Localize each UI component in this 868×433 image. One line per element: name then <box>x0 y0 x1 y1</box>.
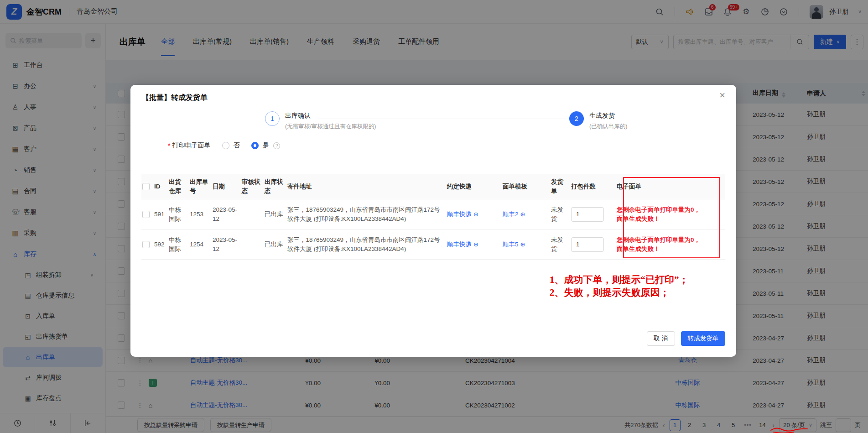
audit-status-cell <box>242 242 265 247</box>
radio-yes[interactable] <box>251 142 259 149</box>
red-annotation: 1、成功下单，则提示“已打印”； 2、失败，则提示失败原因； <box>550 273 689 299</box>
eorder-result-cell: 您剩余电子面单打印单量为0，面单生成失败！ <box>617 233 725 256</box>
warehouse-cell: 中栋国际 <box>169 203 190 226</box>
col-header: 面单模板 <box>503 179 551 194</box>
field-label: 打印电子面单 <box>172 141 210 150</box>
zoom-in-icon[interactable]: ⊕ <box>473 241 478 248</box>
modal-table-body: 591 中栋国际 1253 2023-05-12 已出库 张三，18765903… <box>141 199 725 260</box>
cancel-button[interactable]: 取 消 <box>647 331 675 346</box>
row-checkbox[interactable] <box>142 241 150 248</box>
col-header: 约定快递 <box>447 179 503 194</box>
col-header: 出货仓库 <box>169 175 190 198</box>
annotation-line: 1、成功下单，则提示“已打印”； <box>550 273 689 286</box>
warehouse-cell: 中栋国际 <box>169 233 190 256</box>
order-no-cell: 1253 <box>190 207 213 222</box>
date-cell: 2023-05-12 <box>213 203 242 226</box>
package-qty-input[interactable] <box>571 207 604 222</box>
ship-status-cell: 未发货 <box>551 233 571 256</box>
step-outbound-confirm: 1 出库确认 (无需审核/审核通过且有仓库权限的) <box>265 111 376 130</box>
address-cell: 张三，18765903249，山东省青岛市市南区闽江路172号软件大厦 (打印设… <box>287 233 447 256</box>
modal-title: 【批量】转成发货单 <box>142 93 208 103</box>
convert-to-shipment-button[interactable]: 转成发货单 <box>681 331 726 346</box>
order-no-cell: 1254 <box>190 237 213 252</box>
close-icon[interactable]: × <box>719 90 725 100</box>
radio-no-label: 否 <box>233 141 239 150</box>
col-header: 出库单号 <box>190 175 213 198</box>
step-desc: (已确认出库的) <box>589 123 627 130</box>
required-asterisk: * <box>168 142 170 149</box>
step-desc: (无需审核/审核通过且有仓库权限的) <box>285 123 376 130</box>
outbound-status-cell: 已出库 <box>265 237 287 252</box>
date-cell: 2023-05-12 <box>213 233 242 256</box>
step-title: 生成发货 <box>589 111 627 120</box>
select-all-checkbox[interactable] <box>142 183 150 190</box>
express-link[interactable]: 顺丰快递⊕ <box>447 237 503 252</box>
red-ink-scribble <box>770 426 811 433</box>
ship-status-cell: 未发货 <box>551 203 571 226</box>
modal-table-row[interactable]: 592 中栋国际 1254 2023-05-12 已出库 张三，18765903… <box>141 230 725 260</box>
step-generate-shipment: 2 生成发货 (已确认出库的) <box>569 111 627 130</box>
col-header: ID <box>154 179 169 194</box>
col-header: 电子面单 <box>617 179 725 194</box>
modal-table: ID 出货仓库 出库单号 日期 审核状态 出库状态 寄件地址 约定快递 面单模板… <box>141 174 725 260</box>
template-link[interactable]: 顺丰5⊕ <box>503 237 551 252</box>
step-number: 2 <box>569 111 584 126</box>
zoom-in-icon[interactable]: ⊕ <box>520 211 525 218</box>
col-header: 寄件地址 <box>287 179 447 194</box>
row-checkbox[interactable] <box>142 211 150 218</box>
batch-convert-modal: 【批量】转成发货单 × 1 出库确认 (无需审核/审核通过且有仓库权限的) 2 … <box>130 85 736 357</box>
zoom-in-icon[interactable]: ⊕ <box>520 241 525 248</box>
express-link[interactable]: 顺丰快递⊕ <box>447 207 503 222</box>
id-cell: 592 <box>154 237 169 252</box>
annotation-line: 2、失败，则提示失败原因； <box>550 286 689 299</box>
col-header: 发货单 <box>551 175 571 198</box>
col-header: 出库状态 <box>265 175 287 198</box>
radio-no[interactable] <box>222 142 229 149</box>
audit-status-cell <box>242 212 265 217</box>
print-eorder-field: * 打印电子面单 否 是 ? <box>168 141 280 150</box>
col-header: 日期 <box>213 179 242 194</box>
address-cell: 张三，18765903249，山东省青岛市市南区闽江路172号软件大厦 (打印设… <box>287 203 447 226</box>
modal-table-header: ID 出货仓库 出库单号 日期 审核状态 出库状态 寄件地址 约定快递 面单模板… <box>141 174 725 199</box>
zoom-in-icon[interactable]: ⊕ <box>473 211 478 218</box>
outbound-status-cell: 已出库 <box>265 207 287 222</box>
id-cell: 591 <box>154 207 169 222</box>
col-header: 审核状态 <box>242 175 265 198</box>
help-icon[interactable]: ? <box>273 142 280 149</box>
template-link[interactable]: 顺丰2⊕ <box>503 207 551 222</box>
col-header: 打包件数 <box>571 179 617 194</box>
modal-table-row[interactable]: 591 中栋国际 1253 2023-05-12 已出库 张三，18765903… <box>141 199 725 230</box>
step-connector <box>317 119 567 119</box>
radio-yes-label: 是 <box>262 141 269 150</box>
eorder-result-cell: 您剩余电子面单打印单量为0，面单生成失败！ <box>617 203 725 226</box>
step-number: 1 <box>265 111 280 126</box>
package-qty-input[interactable] <box>571 237 604 252</box>
